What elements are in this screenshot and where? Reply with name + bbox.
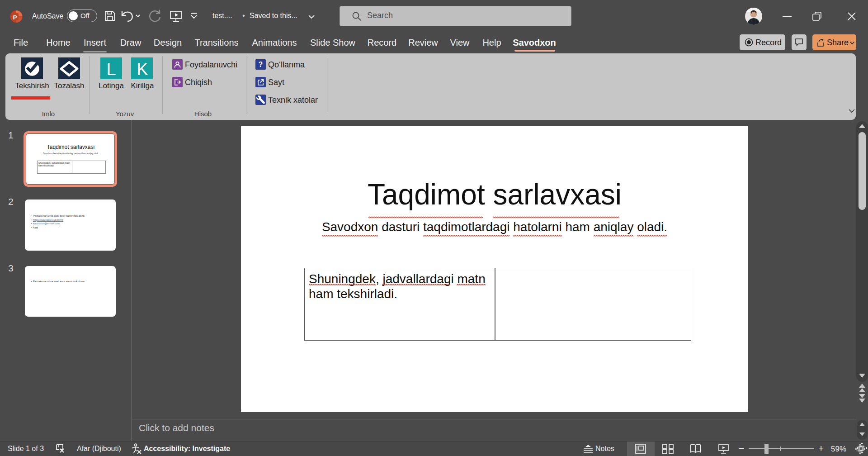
- svg-text:K: K: [137, 60, 148, 79]
- svg-text:P: P: [13, 14, 17, 21]
- svg-text:L: L: [106, 60, 116, 79]
- svg-text:?: ?: [259, 61, 263, 68]
